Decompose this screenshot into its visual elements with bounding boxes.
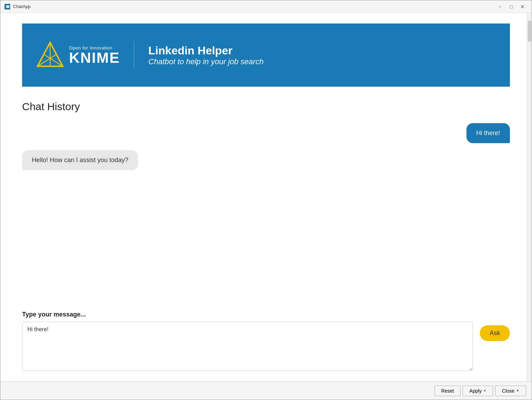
chat-history-label: Chat History [22, 101, 510, 113]
apply-dropdown-arrow[interactable]: ▼ [483, 389, 486, 393]
svg-text:💬: 💬 [6, 5, 10, 9]
title-bar-left: 💬 ChatApp [5, 4, 31, 9]
banner-divider [134, 41, 134, 69]
input-section: Type your message... Hi there! Ask [1, 304, 531, 381]
banner-logo: Open for Innovation KNIME [36, 41, 120, 69]
scrollbar[interactable] [527, 13, 532, 381]
chat-area: Chat History Hi there! Hello! How can I … [1, 87, 531, 304]
window-controls: − □ ✕ [495, 3, 527, 11]
apply-button[interactable]: Apply ▼ [463, 386, 493, 396]
bot-message-text: Hello! How can I assist you today? [32, 156, 128, 164]
user-message-text: Hi there! [476, 129, 500, 136]
reset-button[interactable]: Reset [435, 386, 461, 396]
close-dialog-button[interactable]: Close ▼ [495, 386, 526, 396]
window-title: ChatApp [13, 4, 31, 9]
app-icon: 💬 [5, 4, 10, 9]
maximize-button[interactable]: □ [506, 3, 516, 11]
bottom-bar: Reset Apply ▼ Close ▼ [0, 381, 532, 400]
app-window: 💬 ChatApp − □ ✕ [0, 0, 532, 400]
bot-message: Hello! How can I assist you today? [22, 150, 510, 170]
banner-title: Linkedin Helper [148, 44, 264, 57]
ask-button[interactable]: Ask [480, 325, 510, 341]
banner-subtitle: Chatbot to help in your job search [148, 57, 264, 66]
close-button[interactable]: ✕ [518, 3, 527, 11]
scrollbar-thumb[interactable] [528, 21, 531, 42]
message-input[interactable]: Hi there! [22, 322, 473, 371]
close-dropdown-arrow[interactable]: ▼ [516, 389, 519, 393]
main-content: Open for Innovation KNIME Linkedin Helpe… [1, 13, 531, 381]
messages-container: Hi there! Hello! How can I assist you to… [22, 123, 510, 297]
banner-right: Linkedin Helper Chatbot to help in your … [148, 44, 264, 66]
input-row: Hi there! Ask [22, 322, 510, 371]
input-label: Type your message... [22, 311, 510, 318]
minimize-button[interactable]: − [495, 3, 505, 11]
knime-logo-icon [36, 41, 64, 69]
knime-text: Open for Innovation KNIME [69, 45, 120, 65]
title-bar: 💬 ChatApp − □ ✕ [0, 0, 532, 13]
user-message: Hi there! [22, 123, 510, 143]
banner: Open for Innovation KNIME Linkedin Helpe… [22, 24, 510, 87]
knime-brand-name: KNIME [69, 51, 120, 65]
bot-bubble: Hello! How can I assist you today? [22, 150, 138, 170]
user-bubble: Hi there! [466, 123, 510, 143]
